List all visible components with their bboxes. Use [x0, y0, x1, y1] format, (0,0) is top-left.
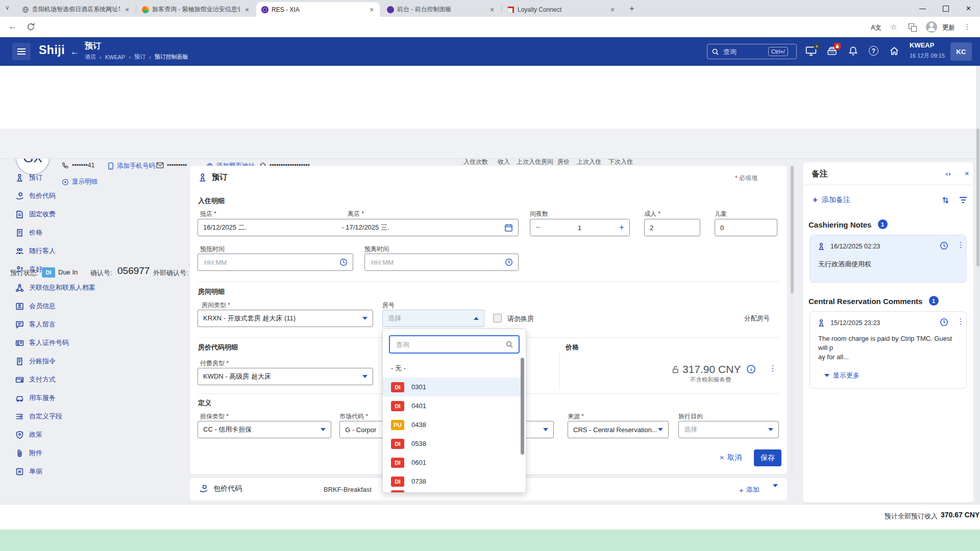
- dropdown-option-room[interactable]: DI 0538: [383, 434, 522, 453]
- dropdown-option-room[interactable]: DI 0301: [383, 378, 522, 396]
- guarantee-select[interactable]: CC - 信用卡担保: [198, 421, 331, 438]
- new-tab-button[interactable]: +: [627, 4, 637, 14]
- pay-room-type-select[interactable]: KWDN - 高级房 超大床: [198, 368, 373, 385]
- note-more-menu-icon[interactable]: ⋮: [957, 317, 965, 326]
- browser-tab-4[interactable]: 前台 - 前台控制面板 ×: [382, 2, 500, 17]
- stepper-plus-icon[interactable]: +: [619, 222, 624, 233]
- back-icon[interactable]: ←: [8, 21, 17, 32]
- dropdown-option-room[interactable]: PU 0438: [383, 415, 522, 434]
- page-scrollbar-thumb[interactable]: [976, 129, 979, 266]
- no-room-move-checkbox[interactable]: [493, 314, 502, 322]
- browser-menu-icon[interactable]: ⋮: [964, 22, 971, 31]
- sidebar-item-routing[interactable]: 分账指令: [15, 355, 56, 367]
- browser-update-button[interactable]: 更新: [942, 23, 955, 32]
- dropdown-option-room[interactable]: DI 0401: [383, 396, 522, 415]
- dropdown-option-room[interactable]: DI 0601: [383, 453, 522, 472]
- arrival-date-value[interactable]: 16/12/2025 二.: [203, 223, 247, 232]
- calendar-icon[interactable]: [504, 223, 513, 232]
- sidebar-item-linked-profiles[interactable]: 关联信息和联系人档案: [15, 282, 95, 294]
- sort-icon[interactable]: [942, 196, 949, 205]
- filter-icon[interactable]: [960, 197, 967, 203]
- tab-search-chevron-icon[interactable]: ∨: [5, 4, 10, 11]
- etd-field[interactable]: [364, 254, 519, 271]
- clock-icon[interactable]: [339, 258, 348, 266]
- translate-icon[interactable]: A文: [871, 23, 881, 32]
- dropdown-option-room[interactable]: DI 0801: [383, 486, 522, 493]
- package-expand-chevron-icon[interactable]: [773, 487, 778, 496]
- sidebar-item-payment-methods[interactable]: 支付方式: [15, 373, 56, 386]
- history-clock-icon[interactable]: [940, 241, 948, 250]
- sidebar-item-guest-messages[interactable]: 客人留言: [15, 318, 56, 331]
- price-info-icon[interactable]: [746, 364, 756, 374]
- stepper-minus-icon[interactable]: −: [535, 223, 540, 232]
- date-range-field[interactable]: 16/12/2025 二. - 17/12/2025 三.: [198, 219, 519, 236]
- profile-avatar[interactable]: [926, 21, 937, 33]
- sidebar-item-booking[interactable]: 预订: [15, 171, 42, 184]
- global-search-input[interactable]: [722, 47, 768, 56]
- nights-value[interactable]: 1: [578, 224, 581, 232]
- hamburger-menu-button[interactable]: [12, 43, 31, 60]
- browser-tab-1[interactable]: 贵阳机场智选假日酒店系统网址导 ×: [17, 2, 135, 17]
- collections-icon[interactable]: [909, 23, 917, 32]
- sidebar-item-documents[interactable]: 单据: [15, 465, 42, 478]
- sidebar-item-transport[interactable]: 用车服务: [15, 392, 56, 404]
- history-clock-icon[interactable]: [940, 318, 948, 327]
- browser-tab-5[interactable]: Loyalty Connect ×: [502, 2, 621, 17]
- sidebar-item-rates[interactable]: 价格: [15, 227, 42, 239]
- show-details-link[interactable]: 显示明细: [62, 178, 97, 186]
- sidebar-item-package-codes[interactable]: 包价代码: [15, 190, 56, 202]
- breadcrumb-hotel[interactable]: 酒店: [85, 53, 96, 61]
- bookmark-star-icon[interactable]: ☆: [890, 22, 897, 32]
- sidebar-item-fixed-charges[interactable]: 固定收费: [15, 208, 56, 220]
- dropdown-search-input[interactable]: [395, 340, 499, 349]
- sidebar-item-accompanying-guests[interactable]: 随行客人: [15, 245, 56, 257]
- tab-close-icon[interactable]: ×: [243, 6, 251, 14]
- browser-tab-2[interactable]: 旅客查询 - 紫楠旅馆业治安信息管 ×: [137, 2, 255, 17]
- cashiering-note-card[interactable]: 16/12/2025 02:23 ⋮ 无行政酒廊使用权: [810, 235, 967, 283]
- add-note-button[interactable]: + 添加备注: [813, 195, 850, 205]
- window-maximize-button[interactable]: [934, 0, 957, 17]
- breadcrumb-property[interactable]: KWEAP: [105, 54, 126, 60]
- tab-close-icon[interactable]: ×: [123, 6, 131, 14]
- adults-field[interactable]: 2: [644, 219, 700, 236]
- sidebar-item-membership[interactable]: 会员信息: [15, 300, 56, 312]
- sidebar-item-preferences[interactable]: 喜好: [15, 263, 42, 276]
- dropdown-search[interactable]: [389, 335, 520, 354]
- add-mobile-link[interactable]: 添加手机号码: [108, 162, 155, 170]
- room-type-select[interactable]: KRXN - 开放式套房 超大床 (11): [198, 310, 373, 327]
- card-scrollbar-thumb[interactable]: [791, 166, 794, 293]
- window-minimize-button[interactable]: —: [911, 0, 934, 17]
- tab-close-icon[interactable]: ×: [608, 6, 617, 14]
- browser-tab-3-active[interactable]: RES - XIA ×: [256, 2, 380, 17]
- dropdown-option-none[interactable]: - 无 -: [383, 359, 522, 378]
- tab-close-icon[interactable]: ×: [368, 6, 376, 14]
- sidebar-item-custom-fields[interactable]: 自定义字段: [15, 410, 62, 422]
- source-select[interactable]: CRS - Central Reservation...: [568, 421, 669, 438]
- crs-comment-card[interactable]: 15/12/2025 23:23 ⋮ The room charge is pa…: [810, 311, 967, 389]
- eta-field[interactable]: [198, 254, 353, 271]
- children-field[interactable]: 0: [715, 219, 777, 236]
- clock-icon[interactable]: [505, 258, 513, 266]
- breadcrumb-reservation[interactable]: 预订: [134, 53, 145, 61]
- dropdown-scrollbar-thumb[interactable]: [521, 358, 524, 455]
- note-more-menu-icon[interactable]: ⋮: [957, 240, 965, 249]
- property-code[interactable]: KWEAP: [910, 41, 934, 49]
- travel-purpose-select[interactable]: 选择: [678, 421, 779, 438]
- tab-close-icon[interactable]: ×: [488, 6, 496, 14]
- cancel-button[interactable]: × 取消: [720, 453, 742, 462]
- window-close-button[interactable]: ✕: [957, 0, 980, 17]
- show-more-link[interactable]: 显示更多: [824, 371, 860, 380]
- home-icon[interactable]: [889, 46, 899, 56]
- sidebar-item-policies[interactable]: 政策: [15, 429, 42, 441]
- sidebar-item-guest-id[interactable]: 客人证件号码: [15, 337, 69, 349]
- package-add-button[interactable]: + 添加: [739, 485, 760, 494]
- cashier-icon[interactable]: [827, 46, 837, 56]
- departure-date-value[interactable]: - 17/12/2025 三.: [341, 223, 389, 232]
- workstation-icon[interactable]: ×: [805, 46, 817, 56]
- eta-input[interactable]: [203, 258, 339, 267]
- price-more-menu-icon[interactable]: ⋮: [769, 363, 777, 373]
- room-number-select[interactable]: 选择: [382, 310, 484, 327]
- app-back-icon[interactable]: ←: [70, 47, 79, 57]
- unlock-icon[interactable]: [672, 365, 680, 374]
- save-button[interactable]: 保存: [754, 449, 781, 466]
